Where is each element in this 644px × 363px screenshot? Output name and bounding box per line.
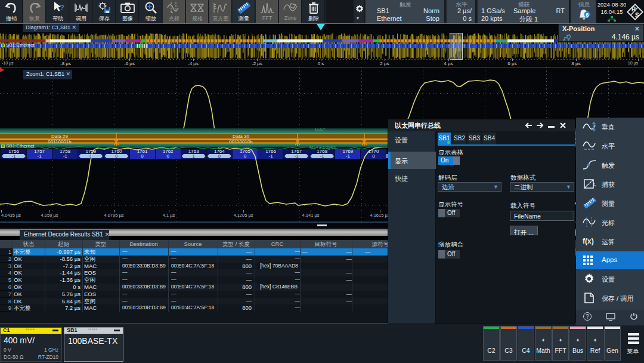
svg-text:f(x): f(x): [583, 237, 594, 245]
svg-text:6: 6: [586, 12, 589, 18]
svg-text:S: S: [635, 12, 639, 19]
